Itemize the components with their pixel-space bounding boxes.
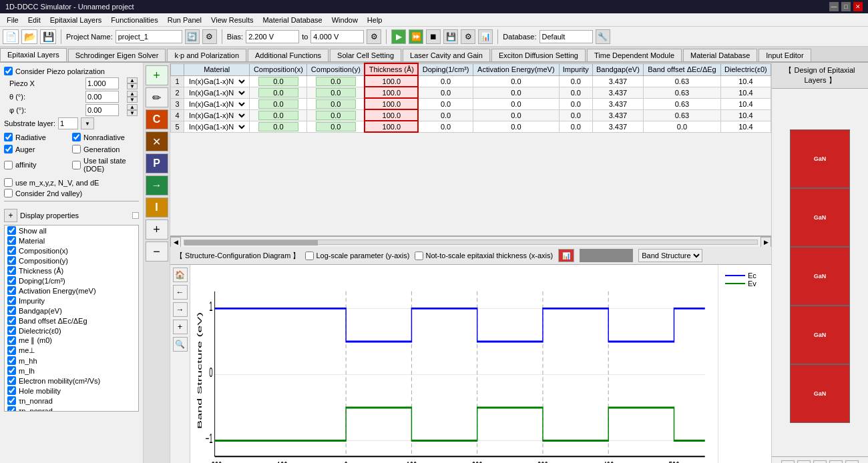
band-offset-cell-2[interactable]: 0.63 [644,87,721,98]
bandgap-cell-3[interactable]: 3.437 [592,98,643,109]
prop-impurity[interactable]: Impurity [5,296,138,306]
scroll-right[interactable]: ▶ [761,237,771,248]
menu-run[interactable]: Run Panel [164,15,206,25]
bandgap-cell-1[interactable]: 3.437 [592,75,643,87]
thickness-cell-5[interactable] [365,121,418,132]
material-cell-2[interactable]: In(x)Ga(1-x)N [184,87,250,98]
material-cell-4[interactable]: In(x)Ga(1-x)N [184,109,250,121]
dielectric-cell-1[interactable]: 10.4 [720,75,771,87]
doping-cell-2[interactable]: 0.0 [418,87,473,98]
material-select-2[interactable]: In(x)Ga(1-x)N [186,88,247,97]
doping-cell-4[interactable]: 0.0 [418,109,473,121]
play-button[interactable]: ▶ [391,29,406,44]
new-button[interactable]: 📄 [3,29,19,44]
right-home[interactable]: 🏠 [781,460,795,464]
comp-y-cell-3[interactable] [307,98,365,109]
phi-down[interactable]: ▼ [127,110,138,116]
dielectric-cell-5[interactable]: 10.4 [720,121,771,132]
comp-y-cell-5[interactable] [307,121,365,132]
maximize-button[interactable]: □ [841,2,851,11]
thickness-cell-3[interactable] [365,98,418,109]
thickness-cell-1[interactable] [365,75,418,87]
menu-database[interactable]: Material Database [258,15,326,25]
comp-x-cell-4[interactable] [250,109,307,121]
prop-hole-mobility[interactable]: Hole mobility [5,386,138,396]
props-scroll-up[interactable] [132,212,139,219]
project-name-input[interactable] [116,30,182,43]
activation-cell-2[interactable]: 0.0 [473,87,559,98]
back-button[interactable]: ← [173,285,188,300]
scroll-track[interactable] [184,240,758,245]
prop-material[interactable]: Material [5,236,138,246]
thickness-input-5[interactable] [371,123,411,131]
auger-checkbox[interactable] [4,145,13,153]
prop-me-perp[interactable]: me⊥ [5,346,138,356]
radiative-checkbox[interactable] [4,133,13,141]
prop-comp-x[interactable]: Composition(x) [5,246,138,256]
comp-x-cell-5[interactable] [250,121,307,132]
comp-y-input-3[interactable] [316,99,356,109]
database-btn[interactable]: 🔧 [596,29,610,44]
open-button[interactable]: 📂 [21,29,37,44]
theta-input[interactable] [85,91,119,103]
menu-epitaxial[interactable]: Epitaxial Layers [46,15,106,25]
tab-epitaxial[interactable]: Epitaxial Layers [0,48,67,61]
comp-y-input-4[interactable] [316,111,356,120]
material-select-1[interactable]: In(x)Ga(1-x)N [186,77,247,86]
prop-thickness[interactable]: Thickness (Å) [5,266,138,276]
menu-functionalities[interactable]: Functionalities [107,15,162,25]
doping-cell-5[interactable]: 0.0 [418,121,473,132]
right-forward[interactable]: → [813,460,827,464]
stop-button[interactable]: ⏹ [426,29,441,44]
scroll-left[interactable]: ◀ [170,237,181,248]
tab-material[interactable]: Material Database [683,49,757,61]
bandgap-cell-4[interactable]: 3.437 [592,109,643,121]
theta-down[interactable]: ▼ [127,97,138,103]
phi-input[interactable] [85,104,119,116]
chart-button[interactable]: 📊 [478,29,493,44]
comp-x-input-2[interactable] [258,88,298,97]
band-offset-cell-3[interactable]: 0.63 [644,98,721,109]
prop-dielectric[interactable]: Dielectric(ε0) [5,326,138,336]
forward-button[interactable]: → [173,302,188,317]
add-icon-btn[interactable]: + [146,65,168,85]
menu-help[interactable]: Help [363,15,387,25]
log-scale-checkbox[interactable] [305,252,314,260]
band-offset-cell-4[interactable]: 0.63 [644,109,721,121]
prop-electron-mobility[interactable]: Electron mobility(cm²/Vs) [5,376,138,386]
bias-to-input[interactable] [310,30,364,43]
menu-edit[interactable]: Edit [24,15,45,25]
comp-y-input-2[interactable] [316,88,356,97]
dielectric-cell-3[interactable]: 10.4 [720,98,771,109]
save-button[interactable]: 💾 [40,29,56,44]
comp-y-input-5[interactable] [316,122,356,131]
add-prop-button[interactable]: + [4,209,17,222]
material-cell-1[interactable]: In(x)Ga(1-x)N [184,75,250,87]
activation-cell-5[interactable]: 0.0 [473,121,559,132]
comp-x-cell-1[interactable] [250,75,307,87]
piezo-x-up[interactable]: ▲ [127,77,138,83]
doping-cell-1[interactable]: 0.0 [418,75,473,87]
zoom-button[interactable]: + [173,320,188,334]
search-button[interactable]: 🔍 [173,337,188,352]
prop-tp-nonrad[interactable]: τp_nonrad [5,406,138,412]
prop-tn-nonrad[interactable]: τn_nonrad [5,396,138,406]
prop-doping[interactable]: Doping(1/cm³) [5,276,138,286]
prop-band-offset[interactable]: Band offset ΔEc/ΔEg [5,316,138,326]
thickness-input-2[interactable] [371,89,411,97]
dielectric-cell-4[interactable]: 10.4 [720,109,771,121]
i-icon-btn[interactable]: I [146,197,168,217]
tab-laser[interactable]: Laser Cavity and Gain [403,49,490,61]
tail-state-checkbox[interactable] [72,161,81,169]
c-icon-btn[interactable]: C [146,109,168,129]
chart-settings-button[interactable]: 📊 [558,249,574,262]
substrate-input[interactable] [58,117,78,129]
p-icon-btn[interactable]: P [146,153,168,173]
prop-bandgap[interactable]: Bandgap(eV) [5,306,138,316]
prop-mlh[interactable]: m_lh [5,366,138,376]
arrow-icon-btn[interactable]: → [146,175,168,195]
menu-file[interactable]: File [3,15,23,25]
tab-exciton[interactable]: Exciton Diffusion Setting [491,49,586,61]
settings2-button[interactable]: ⚙ [461,29,475,44]
material-select-5[interactable]: In(x)Ga(1-x)N [186,122,247,131]
